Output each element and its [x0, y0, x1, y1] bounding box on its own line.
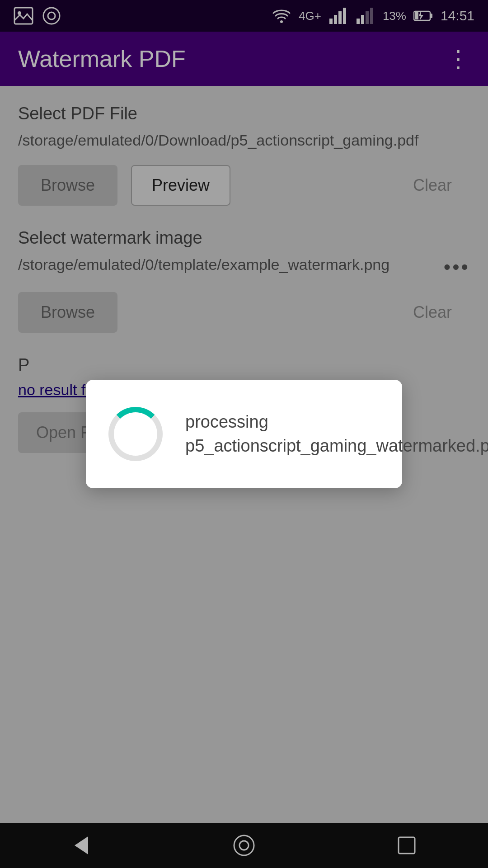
processing-text: processing p5_actionscript_gaming_waterm…: [185, 410, 488, 458]
processing-spinner: [108, 407, 163, 461]
processing-modal-overlay: processing p5_actionscript_gaming_waterm…: [0, 0, 488, 868]
processing-modal: processing p5_actionscript_gaming_waterm…: [86, 380, 402, 488]
